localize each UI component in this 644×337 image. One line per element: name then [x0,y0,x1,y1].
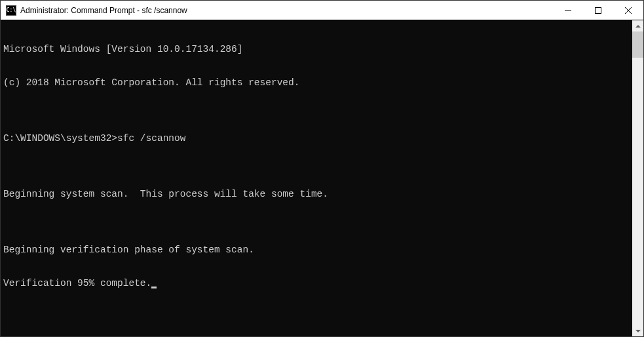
terminal-line: Verification 95% complete. [3,278,632,289]
scroll-down-button[interactable] [632,325,643,336]
terminal-text: Verification 95% complete. [3,278,151,288]
window-controls [553,1,643,20]
terminal-line: Microsoft Windows [Version 10.0.17134.28… [3,44,632,55]
app-icon-label: C:\ [7,7,16,13]
maximize-button[interactable] [583,1,613,20]
svg-marker-4 [635,25,641,28]
terminal-line: Beginning system scan. This process will… [3,189,632,200]
terminal-line: C:\WINDOWS\system32>sfc /scannow [3,133,632,144]
terminal-line: Beginning verification phase of system s… [3,245,632,256]
command-prompt-window: C:\ Administrator: Command Prompt - sfc … [0,0,644,337]
close-icon [625,7,632,14]
scroll-track[interactable] [632,31,643,325]
content-area: Microsoft Windows [Version 10.0.17134.28… [1,20,643,336]
app-icon: C:\ [6,5,16,16]
cursor-icon [151,287,157,288]
titlebar[interactable]: C:\ Administrator: Command Prompt - sfc … [1,1,643,20]
chevron-up-icon [635,25,641,28]
scroll-thumb[interactable] [632,31,643,58]
vertical-scrollbar[interactable] [632,20,643,336]
terminal-output[interactable]: Microsoft Windows [Version 10.0.17134.28… [1,20,632,336]
svg-rect-1 [596,7,601,13]
chevron-down-icon [635,330,641,332]
close-button[interactable] [613,1,643,20]
scroll-up-button[interactable] [632,20,643,31]
svg-marker-5 [635,330,641,332]
minimize-button[interactable] [553,1,583,20]
terminal-line: (c) 2018 Microsoft Corporation. All righ… [3,77,632,89]
minimize-icon [565,7,571,14]
maximize-icon [595,7,601,14]
window-title: Administrator: Command Prompt - sfc /sca… [20,6,553,15]
